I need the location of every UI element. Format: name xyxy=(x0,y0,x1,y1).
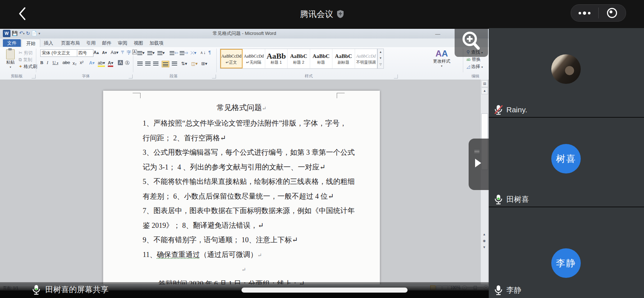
line-spacing-button[interactable]: ⇅▾ xyxy=(181,61,187,66)
margin-mark-left xyxy=(133,93,141,98)
bold-button[interactable]: B xyxy=(40,60,43,66)
asian-layout-button[interactable]: ⤫▾ xyxy=(190,50,196,56)
record-circle-icon[interactable] xyxy=(599,5,626,21)
strikethrough-button[interactable]: abe xyxy=(63,60,70,65)
styles-dialog-launcher[interactable] xyxy=(394,74,398,78)
scroll-up-icon[interactable]: ▲ xyxy=(481,87,488,94)
bullets-button[interactable]: ▾ xyxy=(137,50,144,55)
paragraph-group-label: 段落 xyxy=(170,73,178,79)
format-painter-label: 格式刷 xyxy=(24,64,37,69)
undo-icon[interactable]: ↶▾ xyxy=(19,30,24,37)
browse-object-icon[interactable]: ◉ xyxy=(481,238,487,244)
text-effects-button[interactable]: A▾ xyxy=(89,60,95,66)
replace-button[interactable]: ab 替换 xyxy=(466,57,481,63)
participant-tile-tianshuxi[interactable]: 树喜 田树喜 xyxy=(489,118,644,207)
style-no-spacing[interactable]: AaBbCcDd ↵无间隔 xyxy=(243,49,265,68)
change-case-button[interactable]: Aa▾ xyxy=(111,50,119,55)
align-right-button[interactable] xyxy=(153,61,158,66)
shading-button[interactable]: ◫▾ xyxy=(191,61,198,66)
shield-icon xyxy=(337,10,344,18)
justify-button[interactable] xyxy=(162,61,169,67)
word-logo-icon[interactable]: W xyxy=(3,30,10,37)
style-heading1[interactable]: AaBb 标题 1 xyxy=(265,49,288,68)
font-dialog-launcher[interactable] xyxy=(129,74,133,78)
paste-button[interactable]: 粘贴 ▾ xyxy=(4,49,17,69)
ruler-toggle-icon[interactable]: ▤ xyxy=(481,80,488,87)
horizontal-scroll-indicator[interactable] xyxy=(242,288,408,293)
multilevel-list-button[interactable]: ▾ xyxy=(157,50,165,55)
tab-addins[interactable]: 加载项 xyxy=(145,39,168,47)
borders-button[interactable]: ⊞▾ xyxy=(201,61,207,66)
sidebar-collapse-handle[interactable] xyxy=(469,139,489,190)
save-icon[interactable]: 💾 xyxy=(12,30,18,37)
sort-button[interactable]: Ａ↓ xyxy=(200,50,206,55)
previous-page-icon[interactable]: ▲ xyxy=(481,231,487,238)
format-painter-button[interactable]: ✦ 格式刷 xyxy=(19,64,37,70)
tab-home[interactable]: 开始 xyxy=(22,39,40,48)
change-styles-label: 更改样式 xyxy=(428,58,456,64)
font-name-combo[interactable]: 宋体 (中文正文 xyxy=(40,49,78,57)
tab-view[interactable]: 视图 xyxy=(129,39,147,47)
style-subtitle[interactable]: AaBbC 副标题 xyxy=(332,49,355,68)
superscript-button[interactable]: x² xyxy=(80,60,83,65)
change-styles-icon: AA xyxy=(428,49,456,58)
enclose-characters-button[interactable]: Ⓐ xyxy=(125,60,130,66)
subscript-button[interactable]: x₂ xyxy=(73,61,77,66)
participant-tile-rainy[interactable]: Rainy. xyxy=(489,28,644,117)
avatar-initials: 李静 xyxy=(551,248,581,278)
align-center-button[interactable] xyxy=(145,61,151,66)
styles-scroll-buttons[interactable]: ▲▼▽ xyxy=(377,49,384,69)
style-normal[interactable]: AaBbCcDd ↵正文 xyxy=(220,49,243,68)
style-heading2[interactable]: AaBbC 标题 2 xyxy=(288,49,310,68)
phonetic-guide-button[interactable]: 〒 xyxy=(121,50,125,56)
highlight-button[interactable]: ab▾ xyxy=(98,60,105,67)
tab-mailings[interactable]: 邮件 xyxy=(98,39,116,47)
minimize-button[interactable]: — xyxy=(435,31,440,37)
new-doc-icon[interactable]: 📄 xyxy=(31,30,37,37)
characters-button[interactable]: 字 xyxy=(126,50,131,56)
styles-group-label: 样式 xyxy=(305,73,313,79)
more-options-icon[interactable] xyxy=(571,5,598,21)
redo-icon[interactable]: ↻ xyxy=(26,30,30,37)
doc-line: 行间距； 2、首行空两格↵ xyxy=(143,131,342,145)
style-sample: AaBbCcDd xyxy=(244,53,264,60)
align-left-button[interactable] xyxy=(137,61,143,66)
decrease-indent-button[interactable]: ⇦ xyxy=(170,50,178,55)
grow-font-button[interactable]: A▴ xyxy=(93,50,99,55)
numbering-button[interactable]: ▾ xyxy=(147,50,155,55)
underline-button[interactable]: U ▾ xyxy=(52,60,58,66)
font-color-button[interactable]: A▾ xyxy=(108,60,113,67)
tab-references[interactable]: 引用 xyxy=(82,39,100,47)
next-page-icon[interactable]: ▼ xyxy=(481,244,487,250)
char-border-button[interactable]: A xyxy=(132,50,137,54)
style-name: 副标题 xyxy=(337,60,349,65)
font-size-combo[interactable]: 四号 xyxy=(77,49,93,57)
participant-tile-lijing[interactable]: 李静 李静 xyxy=(489,207,644,298)
distribute-button[interactable] xyxy=(172,61,177,66)
cut-button[interactable]: ✂ 剪切 xyxy=(19,50,33,56)
participant-name: 田树喜 xyxy=(506,194,529,204)
qat-customize-icon[interactable]: ▾ xyxy=(38,30,40,37)
replace-label: 替换 xyxy=(472,57,481,62)
select-button[interactable]: ◿ 选择 ▾ xyxy=(466,64,483,70)
document-page[interactable]: 常见格式问题↵ 1、严格按照“总文件毕业论文管理办法附件”排版，字体，字号， 行… xyxy=(103,91,380,284)
italic-button[interactable]: I xyxy=(47,60,48,66)
paste-dropdown-icon[interactable]: ▾ xyxy=(4,66,17,69)
magnifier-plus-icon xyxy=(455,25,488,57)
style-subtle-emphasis[interactable]: AaBbCcDd 不明显强调 xyxy=(355,49,377,68)
show-marks-button[interactable]: ¶ xyxy=(208,50,211,55)
paragraph-dialog-launcher[interactable] xyxy=(212,74,216,78)
clipboard-dialog-launcher[interactable] xyxy=(32,74,36,78)
tab-insert[interactable]: 插入 xyxy=(40,39,58,47)
copy-button[interactable]: ⧉ 复制 xyxy=(19,57,32,63)
change-styles-button[interactable]: AA 更改样式 ▾ xyxy=(428,49,456,70)
tab-page-layout[interactable]: 页面布局 xyxy=(57,39,84,47)
increase-indent-button[interactable]: ⇨ xyxy=(180,50,188,55)
share-zoom-button[interactable] xyxy=(455,25,488,57)
tab-review[interactable]: 审阅 xyxy=(114,39,132,47)
char-shading-button[interactable]: A xyxy=(118,60,123,65)
shrink-font-button[interactable]: A▾ xyxy=(102,50,107,55)
tab-file[interactable]: 文件 xyxy=(3,39,21,47)
style-title[interactable]: AaBbC 标题 xyxy=(310,49,332,68)
font-size-value: 四号 xyxy=(78,50,87,55)
